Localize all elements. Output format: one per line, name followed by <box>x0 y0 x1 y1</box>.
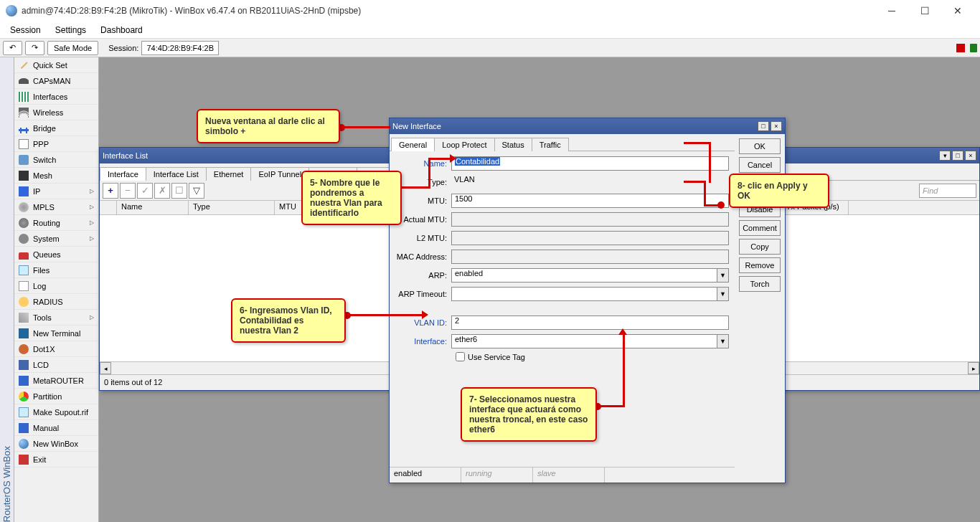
undo-button[interactable]: ↶ <box>3 41 22 55</box>
sidebar-item-system[interactable]: System▷ <box>14 231 98 247</box>
win-minimize-icon[interactable]: ▾ <box>939 151 951 161</box>
cancel-button[interactable]: Cancel <box>739 157 781 173</box>
interface-select[interactable]: ether6▼ <box>451 334 729 348</box>
column-header[interactable]: MTU <box>275 201 303 214</box>
lock-icon <box>970 44 977 52</box>
copy-button[interactable]: Copy <box>739 239 781 255</box>
tab-interface[interactable]: Interface <box>100 167 146 181</box>
redo-button[interactable]: ↷ <box>25 41 44 55</box>
sidebar-item-capsman[interactable]: CAPsMAN <box>14 73 98 89</box>
sidebar-item-dot1x[interactable]: Dot1X <box>14 341 98 357</box>
new-interface-tabs: GeneralLoop ProtectStatusTraffic <box>390 134 735 151</box>
add-button[interactable]: + <box>103 183 118 199</box>
win-maximize-icon[interactable]: □ <box>952 151 963 161</box>
cap-icon <box>19 78 29 84</box>
mpls-icon <box>19 202 29 212</box>
column-header[interactable]: Type <box>189 201 275 214</box>
chevron-down-icon[interactable]: ▼ <box>717 335 728 348</box>
close-button[interactable]: ✕ <box>941 0 974 22</box>
sidebar-item-label: Partition <box>33 392 62 401</box>
maximize-button[interactable]: ☐ <box>908 0 941 22</box>
window-title: admin@74:4D:28:B9:F4:2B (MikroTik) - Win… <box>22 6 875 16</box>
sidebar-item-log[interactable]: Log <box>14 278 98 294</box>
remove-button[interactable]: − <box>120 183 136 199</box>
sidebar-item-radius[interactable]: RADIUS <box>14 294 98 310</box>
tab-ethernet[interactable]: Ethernet <box>206 167 252 181</box>
sidebar-item-interfaces[interactable]: Interfaces <box>14 89 98 105</box>
use-service-tag-checkbox[interactable] <box>456 352 465 361</box>
sidebar-item-partition[interactable]: Partition <box>14 389 98 404</box>
arp-select[interactable]: enabled▼ <box>451 268 729 283</box>
chevron-down-icon[interactable]: ▼ <box>717 288 728 300</box>
column-header[interactable] <box>100 201 117 214</box>
sidebar-item-bridge[interactable]: Bridge <box>14 120 98 136</box>
dlg-tab-traffic[interactable]: Traffic <box>532 138 569 151</box>
new-interface-status: enabled running slave <box>390 467 735 483</box>
menu-session[interactable]: Session <box>3 24 48 37</box>
vertical-tab[interactable]: RouterOS WinBox <box>0 57 14 522</box>
new-interface-titlebar[interactable]: New Interface □ × <box>390 118 785 134</box>
remove-button[interactable]: Remove <box>739 257 781 273</box>
callout-6: 6- Ingresamos Vlan ID, Contabilidad es n… <box>231 298 346 343</box>
dlg-close-icon[interactable]: × <box>771 121 782 131</box>
comment-button[interactable]: ☐ <box>171 183 187 199</box>
sidebar-item-label: MPLS <box>33 203 55 212</box>
minimize-button[interactable]: ─ <box>875 0 908 22</box>
dlg-max-icon[interactable]: □ <box>758 121 769 131</box>
torch-button[interactable]: Torch <box>739 276 781 292</box>
scroll-right-icon[interactable]: ▸ <box>968 362 979 374</box>
dlg-tab-status[interactable]: Status <box>494 138 532 151</box>
safe-mode-button[interactable]: Safe Mode <box>47 41 98 55</box>
scroll-left-icon[interactable]: ◂ <box>100 362 111 374</box>
sidebar-item-label: Switch <box>33 156 56 164</box>
sidebar-item-new-terminal[interactable]: New Terminal <box>14 326 98 341</box>
sidebar-item-make-supout-rif[interactable]: Make Supout.rif <box>14 404 98 420</box>
sidebar-item-manual[interactable]: Manual <box>14 420 98 436</box>
sidebar-item-metarouter[interactable]: MetaROUTER <box>14 373 98 389</box>
files-icon <box>19 265 29 275</box>
sidebar-item-routing[interactable]: Routing▷ <box>14 215 98 231</box>
name-input[interactable]: Contabilidad <box>451 156 729 171</box>
enable-button[interactable]: ✓ <box>137 183 153 199</box>
sidebar-item-lcd[interactable]: LCD <box>14 357 98 373</box>
sidebar-item-ip[interactable]: IP▷ <box>14 184 98 199</box>
sidebar-item-new-winbox[interactable]: New WinBox <box>14 436 98 452</box>
mesh-icon <box>19 171 29 181</box>
find-input[interactable]: Find <box>919 184 976 198</box>
arp-timeout-input[interactable]: ▼ <box>451 287 729 301</box>
mtu-input[interactable]: 1500 <box>451 194 729 208</box>
disable-button[interactable]: ✗ <box>154 183 170 199</box>
filter-button[interactable]: ▽ <box>189 183 204 199</box>
status-block-icon <box>956 44 965 52</box>
sidebar-item-wireless[interactable]: Wireless <box>14 105 98 120</box>
log-icon <box>19 281 29 291</box>
comment-button[interactable]: Comment <box>739 220 781 236</box>
chevron-down-icon[interactable]: ▼ <box>717 269 728 282</box>
column-header[interactable]: Name <box>117 201 189 214</box>
type-label: Type: <box>395 178 451 186</box>
dlg-tab-loop-protect[interactable]: Loop Protect <box>434 138 494 151</box>
vlan-id-input[interactable]: 2 <box>451 315 729 330</box>
menu-dashboard[interactable]: Dashboard <box>93 24 150 37</box>
newwin-icon <box>19 439 29 449</box>
menu-settings[interactable]: Settings <box>48 24 93 37</box>
sidebar-item-queues[interactable]: Queues <box>14 247 98 262</box>
tab-interface-list[interactable]: Interface List <box>146 167 207 181</box>
tab-eoip-tunnel[interactable]: EoIP Tunnel <box>250 167 309 181</box>
dlg-tab-general[interactable]: General <box>391 138 435 151</box>
sidebar-item-files[interactable]: Files <box>14 262 98 278</box>
sidebar-item-ppp[interactable]: PPP <box>14 136 98 152</box>
sidebar-item-label: CAPsMAN <box>33 77 71 85</box>
win-close-icon[interactable]: × <box>965 151 976 161</box>
sidebar-item-exit[interactable]: Exit <box>14 452 98 468</box>
ok-button[interactable]: OK <box>739 138 781 154</box>
sidebar-item-mesh[interactable]: Mesh <box>14 168 98 184</box>
sidebar-item-quick-set[interactable]: Quick Set <box>14 57 98 73</box>
switch-icon <box>19 155 29 165</box>
sidebar-item-tools[interactable]: Tools▷ <box>14 310 98 326</box>
callout-7: 7- Seleccionamos nuestra interface que a… <box>461 387 597 442</box>
submenu-icon: ▷ <box>90 219 94 226</box>
sidebar-item-label: Manual <box>33 424 59 432</box>
sidebar-item-switch[interactable]: Switch <box>14 152 98 168</box>
sidebar-item-mpls[interactable]: MPLS▷ <box>14 199 98 215</box>
